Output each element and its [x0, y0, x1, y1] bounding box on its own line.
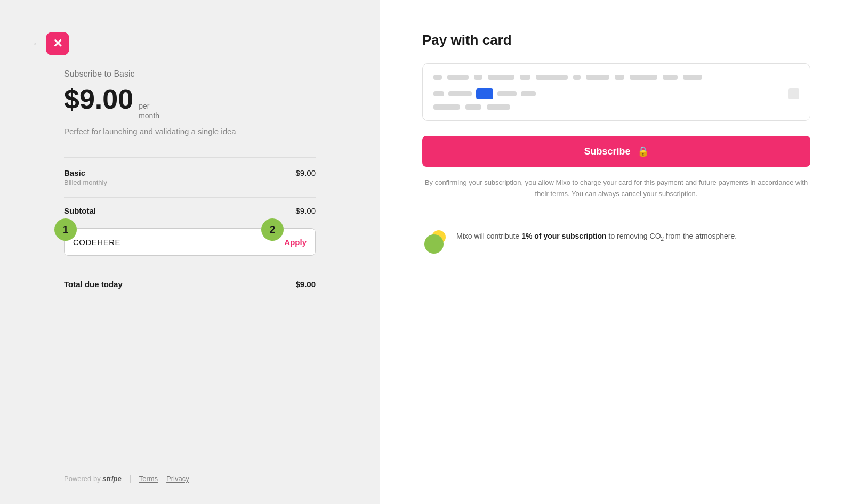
price-row: $9.00 per month [64, 83, 316, 120]
card-placeholder [573, 75, 581, 80]
eco-text: Mixo will contribute 1% of your subscrip… [456, 230, 737, 243]
card-row-third [433, 104, 799, 110]
card-form[interactable] [422, 63, 810, 121]
promo-section: 1 2 Apply [64, 228, 316, 256]
powered-by-text: Powered by stripe [64, 475, 122, 483]
card-row-top [433, 75, 799, 80]
right-divider [422, 215, 810, 215]
total-row: Total due today $9.00 [64, 269, 316, 299]
card-placeholder [465, 104, 481, 110]
card-placeholder [536, 75, 568, 80]
back-arrow-icon: ← [32, 38, 42, 50]
eco-circle-green [424, 234, 444, 254]
footer: Powered by stripe Terms Privacy [64, 453, 316, 483]
terms-link[interactable]: Terms [139, 475, 158, 483]
card-placeholder [663, 75, 678, 80]
right-panel: Pay with card [380, 0, 853, 504]
subtotal-price: $9.00 [295, 206, 316, 215]
item-billing-frequency: Billed monthly [64, 178, 107, 186]
card-placeholder [448, 91, 472, 96]
card-placeholder [521, 91, 536, 96]
card-placeholder [683, 75, 702, 80]
consent-text: By confirming your subscription, you all… [422, 177, 810, 200]
item-name: Basic [64, 168, 107, 177]
card-brand-icon [476, 88, 493, 99]
privacy-link[interactable]: Privacy [166, 475, 189, 483]
item-price: $9.00 [295, 168, 316, 177]
brand-icon: ✕ [46, 32, 69, 55]
card-placeholder [433, 104, 460, 110]
left-panel: ← ✕ Subscribe to Basic $9.00 per month P… [0, 0, 380, 504]
eco-highlight: 1% of your subscription [521, 232, 606, 240]
plan-description: Perfect for launching and validating a s… [64, 127, 316, 136]
card-placeholder [497, 91, 517, 96]
card-placeholder [488, 75, 514, 80]
price-period: per month [139, 101, 159, 120]
promo-code-input[interactable] [73, 238, 284, 247]
card-placeholder [615, 75, 624, 80]
subtotal-label: Subtotal [64, 206, 96, 215]
total-price: $9.00 [295, 280, 316, 289]
footer-divider [130, 475, 131, 483]
pay-title: Pay with card [422, 32, 810, 48]
card-corner-icon [788, 88, 799, 99]
card-placeholder [586, 75, 609, 80]
apply-button[interactable]: Apply [284, 238, 307, 247]
back-button[interactable]: ← ✕ [32, 32, 69, 55]
card-row-second [433, 88, 799, 99]
card-placeholder [433, 75, 442, 80]
subscribe-label: Subscribe to Basic [64, 69, 316, 79]
subscribe-button-text: Subscribe [584, 146, 630, 157]
subscribe-button[interactable]: Subscribe 🔒 [422, 136, 810, 167]
price-main: $9.00 [64, 83, 133, 115]
card-placeholder [433, 91, 444, 96]
total-label: Total due today [64, 280, 123, 289]
card-placeholder [447, 75, 469, 80]
lock-icon: 🔒 [637, 145, 649, 157]
card-placeholder [474, 75, 482, 80]
line-item-basic: Basic Billed monthly $9.00 [64, 158, 316, 197]
card-placeholder [520, 75, 530, 80]
eco-row: Mixo will contribute 1% of your subscrip… [422, 230, 810, 254]
card-placeholder [630, 75, 657, 80]
card-placeholder [487, 104, 510, 110]
eco-icon [422, 230, 446, 254]
stripe-logo: stripe [102, 475, 121, 483]
